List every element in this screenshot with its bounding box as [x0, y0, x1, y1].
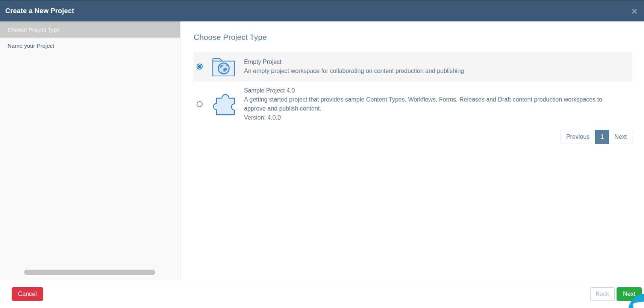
- sidebar-item-choose-project-type[interactable]: Choose Project Type: [0, 21, 180, 38]
- folder-globe-icon: [212, 56, 236, 77]
- chat-bubble-icon: [633, 301, 644, 308]
- puzzle-piece-icon: [212, 93, 236, 116]
- step-label: Choose Project Type: [8, 26, 60, 33]
- page-title: Choose Project Type: [194, 33, 632, 42]
- pagination-next-button[interactable]: Next: [609, 130, 632, 144]
- dialog-header: Create a New Project ×: [0, 0, 644, 21]
- sidebar-item-name-your-project[interactable]: Name your Project: [0, 38, 180, 54]
- dialog-footer: Cancel Back Next: [0, 280, 644, 308]
- option-version: Version: 4.0.0: [244, 113, 625, 122]
- pagination: Previous 1 Next: [194, 130, 632, 144]
- option-description: A getting started project that provides …: [244, 95, 625, 113]
- step-label: Name your Project: [8, 42, 54, 49]
- pagination-current-page[interactable]: 1: [595, 130, 609, 144]
- close-icon[interactable]: ×: [632, 6, 637, 16]
- cancel-button[interactable]: Cancel: [12, 287, 43, 301]
- dialog-body: Choose Project Type Name your Project Ch…: [0, 21, 644, 280]
- main-content: Choose Project Type Empty: [180, 21, 644, 280]
- project-type-option-empty[interactable]: Empty Project An empty project workspace…: [194, 52, 632, 82]
- option-title: Empty Project: [244, 58, 464, 67]
- radio-empty-project[interactable]: [197, 64, 203, 70]
- radio-sample-project[interactable]: [197, 101, 203, 107]
- option-text: Empty Project An empty project workspace…: [244, 58, 464, 76]
- wizard-steps-sidebar: Choose Project Type Name your Project: [0, 21, 180, 280]
- pagination-previous-button[interactable]: Previous: [561, 130, 595, 144]
- create-project-dialog: Create a New Project × Choose Project Ty…: [0, 0, 644, 308]
- option-text: Sample Project 4.0 A getting started pro…: [244, 86, 625, 122]
- option-title: Sample Project 4.0: [244, 86, 625, 95]
- project-type-option-sample[interactable]: Sample Project 4.0 A getting started pro…: [194, 82, 632, 127]
- dialog-title: Create a New Project: [5, 7, 74, 15]
- horizontal-scrollbar-thumb[interactable]: [24, 270, 155, 275]
- option-description: An empty project workspace for collabora…: [244, 67, 464, 76]
- back-button[interactable]: Back: [590, 287, 615, 301]
